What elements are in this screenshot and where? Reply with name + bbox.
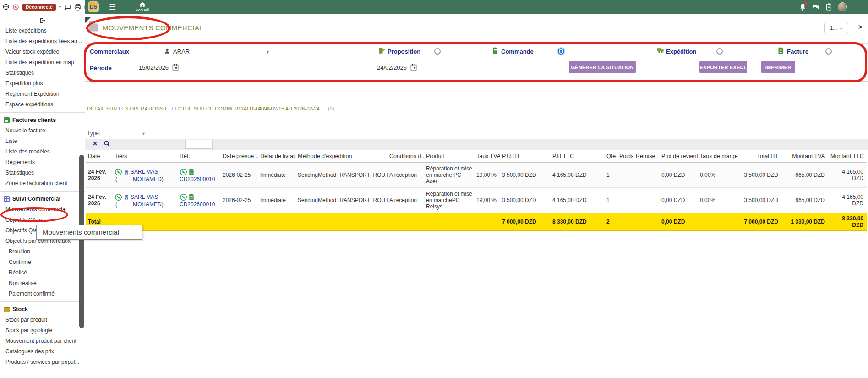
type-select[interactable]: ▼ [109, 129, 147, 137]
sidebar-item-produits-services[interactable]: Produits / services par popul... [0, 357, 85, 367]
app-logo[interactable]: DS [88, 1, 99, 12]
sidebar-item-expeditions-liees[interactable]: Liste des expéditions liées au... [0, 36, 85, 47]
total-pu-ttc: 8 330,00 DZD [551, 213, 605, 231]
table-row[interactable]: 24 Fév. 2026 SARL MAS (MOHAMED) CD202600… [86, 188, 867, 213]
calendar-icon[interactable] [410, 64, 417, 71]
building-icon [124, 169, 129, 175]
sidebar-item-mouvement-produit-client[interactable]: Mouvement produit par client [0, 336, 85, 346]
globe-icon[interactable] [3, 4, 9, 10]
search-icon[interactable] [104, 140, 110, 147]
sidebar-section-stock[interactable]: Stock [0, 304, 85, 315]
sidebar-item-liste-modeles[interactable]: Liste des modèles [0, 147, 85, 157]
printer-icon[interactable] [74, 4, 81, 11]
scrollbar-thumb[interactable] [79, 155, 84, 328]
sidebar-item-confirme[interactable]: Confirmé [0, 257, 85, 268]
export-excel-button[interactable]: EXPORTER EXECL [699, 61, 747, 73]
col-tiers[interactable]: Tiérs [113, 150, 178, 163]
ref-number[interactable]: CD202600010 [180, 201, 219, 208]
col-ref[interactable]: Réf. [178, 150, 221, 163]
sidebar-scrollbar[interactable] [79, 14, 84, 378]
col-remise[interactable]: Remise [634, 150, 660, 163]
clipboard-icon[interactable] [826, 3, 832, 11]
col-poids[interactable]: Poids [617, 150, 634, 163]
col-pu-ttc[interactable]: P.U.TTC [551, 150, 605, 163]
whatsapp-status-icon[interactable] [12, 4, 19, 11]
menu-hamburger-icon[interactable]: ☰ [109, 2, 116, 12]
commerciaux-select-underline[interactable] [163, 48, 272, 56]
sidebar-item-expedition-plus[interactable]: Expedition plus [0, 78, 85, 89]
table-row[interactable]: 24 Fév. 2026 SARL MAS (MOHAMED) CD202600… [86, 163, 867, 188]
col-montant-tva[interactable]: Montant TVA [782, 150, 829, 163]
logout-button[interactable] [0, 16, 85, 26]
sidebar-item-nouvelle-facture[interactable]: Nouvelle facture [0, 126, 85, 136]
sidebar-item-expedition-map[interactable]: Liste des expédition en map [0, 57, 85, 68]
cell-date-prevue: 2026-02-25 [221, 163, 258, 188]
calendar-icon[interactable] [172, 64, 179, 71]
sidebar-item-brouillon[interactable]: Brouillon [0, 247, 85, 257]
ref-number[interactable]: CD202600010 [180, 176, 219, 182]
document-icon[interactable] [189, 194, 194, 200]
whatsapp-icon[interactable] [180, 193, 187, 201]
col-montant-ttc[interactable]: Montant TTC [829, 150, 867, 163]
option-proposition-label: Proposition [388, 48, 420, 55]
sidebar-section-suivi-commercial[interactable]: Suivi Commercial [0, 193, 85, 204]
connection-status-badge[interactable]: Déconnecté [22, 4, 56, 11]
panel-next-chevron[interactable]: > [858, 23, 863, 31]
radio-facture[interactable] [825, 48, 832, 55]
filter-panel: Commerciaux ARAR ▼ Proposition Commande … [85, 43, 868, 82]
whatsapp-icon[interactable] [115, 168, 122, 176]
print-button[interactable]: IMPRIMER [761, 61, 795, 73]
chat-icon[interactable] [64, 4, 71, 11]
messages-icon[interactable] [812, 4, 820, 11]
sidebar-item-objectifs-ca[interactable]: Objectifs CA m [0, 215, 85, 225]
whatsapp-icon[interactable] [180, 168, 187, 176]
radio-proposition[interactable] [434, 48, 441, 55]
col-taux-marge[interactable]: Taux de marge [698, 150, 738, 163]
sidebar-item-liste-expeditions[interactable]: Liste expéditions [0, 26, 85, 36]
sidebar-item-mouvements-commercial[interactable]: Mouvements commercial [0, 204, 85, 215]
sidebar-item-paiement-confirme[interactable]: Paiement confirmé [0, 289, 85, 299]
sidebar-item-valeur-stock[interactable]: Valeur stock expédiée [0, 47, 85, 57]
nav-home[interactable]: Accueil [135, 2, 149, 12]
sidebar-item-statistiques-fact[interactable]: Statistiques [0, 168, 85, 178]
col-pu-ht[interactable]: P.U.HT [500, 150, 551, 163]
sidebar-item-reglements[interactable]: Règlements [0, 157, 85, 168]
chevron-down-icon: ▼ [142, 131, 146, 136]
col-taux-tva[interactable]: Taux TVA [475, 150, 500, 163]
sidebar-item-reglement-expedition[interactable]: Réglement Expédition [0, 89, 85, 99]
document-icon[interactable] [189, 169, 194, 175]
ref-column-filter-input[interactable] [185, 140, 213, 149]
sidebar-item-non-realise[interactable]: Non réalisé [0, 278, 85, 289]
sidebar-item-catalogues-prix[interactable]: Catalogues des prix [0, 346, 85, 357]
status-caret-icon[interactable]: ▾ [59, 5, 61, 9]
col-date-prevue[interactable]: Date prévue ... [221, 150, 258, 163]
sidebar-item-zone-facturation[interactable]: Zone de facturation client [0, 178, 85, 189]
clear-filter-icon[interactable]: ✕ [93, 140, 98, 147]
radio-commande[interactable] [558, 48, 564, 55]
tiers-name[interactable]: SARL MAS [131, 194, 158, 200]
col-methode[interactable]: Méthode d'expédition [296, 150, 388, 163]
topbar-right-icons [799, 2, 868, 11]
whatsapp-icon[interactable] [115, 193, 122, 201]
sidebar-item-espace-expeditions[interactable]: Espace expéditions [0, 99, 85, 110]
generate-situation-button[interactable]: GÉNÉRER LA SITUATION [569, 61, 636, 73]
sidebar-item-liste-factures[interactable]: Liste [0, 136, 85, 147]
col-total-ht[interactable]: Total HT [738, 150, 782, 163]
notifications-bell-icon[interactable] [799, 3, 806, 11]
radio-expedition[interactable] [716, 48, 723, 55]
tiers-name[interactable]: SARL MAS [131, 169, 158, 175]
col-conditions[interactable]: Conditions d... [388, 150, 424, 163]
col-delai[interactable]: Délai de livrai... [258, 150, 296, 163]
pagination-select[interactable]: 1... ⌄ [824, 23, 848, 33]
col-date[interactable]: Date [86, 150, 113, 163]
sidebar-item-realise[interactable]: Réalisé [0, 268, 85, 278]
col-produit[interactable]: Produit [424, 150, 475, 163]
sidebar-item-statistiques-exp[interactable]: Statistiques [0, 68, 85, 78]
sidebar-section-factures-clients[interactable]: Factures clients [0, 115, 85, 126]
user-avatar[interactable] [838, 2, 847, 11]
col-qte[interactable]: Qté [605, 150, 617, 163]
sidebar-item-stock-produit[interactable]: Stock par produit [0, 315, 85, 325]
sidebar-item-stock-typologie[interactable]: Stock par typologie [0, 325, 85, 336]
total-empty [296, 213, 388, 231]
col-prix-revient[interactable]: Prix de revient [660, 150, 698, 163]
